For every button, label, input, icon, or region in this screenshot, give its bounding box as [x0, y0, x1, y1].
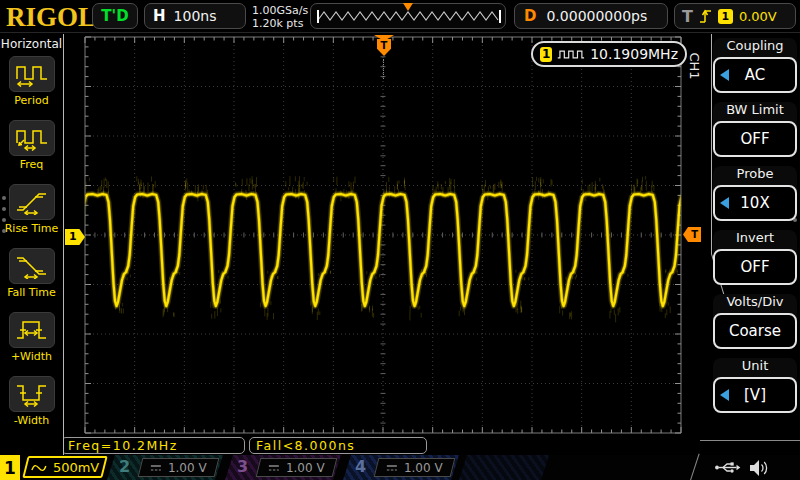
trigger-edge-icon: [699, 7, 712, 25]
rise-time-label: Rise Time: [5, 222, 59, 235]
graticule-grid: [64, 34, 692, 454]
coupling-value-button[interactable]: AC: [713, 57, 797, 93]
channel-2-number: 2: [119, 457, 130, 476]
probe-value-button[interactable]: 10X: [713, 185, 797, 221]
volts-div-value-button[interactable]: Coarse: [713, 313, 797, 349]
dc-coupling-icon: [386, 463, 398, 472]
probe-value: 10X: [740, 194, 769, 212]
menu-item-plus-width[interactable]: +Width: [9, 312, 55, 376]
fall-time-button[interactable]: [9, 248, 55, 284]
period-button[interactable]: [9, 56, 55, 92]
rigol-logo: RIGOL: [6, 2, 96, 33]
hardware-frequency-counter: 1 10.1909MHz: [531, 41, 687, 67]
minus-width-icon: [15, 381, 49, 407]
bw-limit-label: BW Limit: [713, 102, 797, 121]
volts-div-label: Volts/Div: [713, 294, 797, 313]
menu-item-probe[interactable]: Probe 10X: [713, 166, 797, 221]
menu-item-unit[interactable]: Unit [V]: [713, 358, 797, 413]
bottom-bar-filler: [459, 455, 549, 480]
menu-item-fall-time[interactable]: Fall Time: [7, 248, 56, 312]
plus-width-icon: [15, 317, 49, 343]
menu-item-period[interactable]: Period: [9, 56, 55, 120]
counter-source-badge: 1: [540, 47, 552, 62]
plus-width-button[interactable]: [9, 312, 55, 348]
memory-depth: 1.20k pts: [252, 17, 308, 30]
channel-menu-tab: CH1: [686, 44, 702, 88]
top-status-bar: RIGOL T'D H 100ns 1.00GSa/s 1.20k pts D …: [0, 0, 800, 33]
measurement-fall: Fall<8.000ns: [249, 437, 427, 454]
trigger-readout-box: T 1 0.00V: [674, 3, 796, 29]
menu-item-coupling[interactable]: Coupling AC: [713, 38, 797, 93]
trigger-status-badge: T'D: [92, 3, 138, 29]
dc-coupling-icon: [268, 463, 280, 472]
usb-icon: [714, 460, 741, 475]
ac-coupling-icon: [31, 462, 47, 472]
menu-item-freq[interactable]: Freq: [9, 120, 55, 184]
delay-readout-box: D 0.00000000ps: [514, 3, 668, 29]
channel-1-number[interactable]: 1: [0, 455, 20, 480]
minus-width-button[interactable]: [9, 376, 55, 412]
sample-rate: 1.00GSa/s: [252, 4, 308, 17]
coupling-label: Coupling: [713, 38, 797, 57]
rise-time-icon: [15, 189, 49, 215]
channel-4-status[interactable]: 4 1.00 V: [343, 455, 459, 480]
freq-icon: [15, 125, 49, 151]
probe-label: Probe: [713, 166, 797, 185]
trigger-label: T: [682, 7, 693, 26]
freq-label: Freq: [20, 158, 44, 171]
channel-3-scale: 1.00 V: [286, 461, 325, 475]
left-menu-title: Horizontal: [0, 34, 63, 51]
measurement-freq: Freq=10.2MHz: [61, 437, 245, 454]
unit-value-button[interactable]: [V]: [713, 377, 797, 413]
channel-4-number: 4: [355, 457, 366, 476]
channel-2-scale: 1.00 V: [168, 461, 207, 475]
fall-time-label: Fall Time: [7, 286, 56, 299]
unit-label: Unit: [713, 358, 797, 377]
menu-item-volts-div[interactable]: Volts/Div Coarse: [713, 294, 797, 349]
freq-button[interactable]: [9, 120, 55, 156]
plus-width-label: +Width: [11, 350, 52, 363]
fall-time-icon: [15, 253, 49, 279]
waveform-preview-bar: [310, 3, 506, 29]
preview-wave-icon: [315, 8, 503, 25]
menu-item-bw-limit[interactable]: BW Limit OFF: [713, 102, 797, 157]
channel-3-number: 3: [237, 457, 248, 476]
trigger-source-badge: 1: [718, 9, 733, 24]
right-menu-border: [711, 34, 712, 254]
measurement-readouts: Freq=10.2MHz Fall<8.000ns: [61, 437, 427, 454]
trigger-level-value: 0.00V: [739, 9, 777, 24]
channel-4-scale: 1.00 V: [404, 461, 443, 475]
channel-settings-menu: Coupling AC BW Limit OFF Probe 10X Inver…: [713, 38, 797, 422]
channel-1-scale: 500mV: [53, 460, 99, 475]
channel-2-status[interactable]: 2 1.00 V: [107, 455, 223, 480]
menu-item-invert[interactable]: Invert OFF: [713, 230, 797, 285]
right-menu-border-bottom: [700, 440, 800, 441]
oscilloscope-screen: RIGOL T'D H 100ns 1.00GSa/s 1.20k pts D …: [0, 0, 800, 480]
left-arrow-icon: [720, 69, 729, 81]
volts-div-value: Coarse: [729, 322, 781, 340]
trigger-position-line: [383, 59, 384, 79]
invert-value-button[interactable]: OFF: [713, 249, 797, 285]
bw-limit-value-button[interactable]: OFF: [713, 121, 797, 157]
waveform-display-area: [64, 34, 692, 455]
channel-status-bar: 1 500mV 2 1.00 V 3: [0, 455, 800, 480]
horizontal-timebase-box: H 100ns: [144, 3, 246, 29]
left-menu-page-dots: [2, 196, 6, 233]
beeper-icon: [749, 459, 769, 477]
delay-label: D: [524, 7, 536, 25]
minus-width-label: -Width: [14, 414, 49, 427]
channel-3-status[interactable]: 3 1.00 V: [225, 455, 341, 480]
counter-frequency-value: 10.1909MHz: [590, 46, 678, 62]
period-icon: [15, 61, 49, 87]
dc-coupling-icon: [150, 463, 162, 472]
trigger-position-marker[interactable]: T: [374, 35, 394, 57]
menu-item-rise-time[interactable]: Rise Time: [5, 184, 59, 248]
horizontal-measure-menu: Horizontal Period: [0, 34, 64, 455]
menu-item-minus-width[interactable]: -Width: [9, 376, 55, 440]
rise-time-button[interactable]: [9, 184, 55, 220]
delay-value: 0.00000000ps: [546, 8, 647, 24]
timebase-label: H: [153, 7, 166, 25]
invert-label: Invert: [713, 230, 797, 249]
square-wave-icon: [557, 47, 585, 62]
channel-1-status[interactable]: 500mV: [22, 456, 107, 478]
